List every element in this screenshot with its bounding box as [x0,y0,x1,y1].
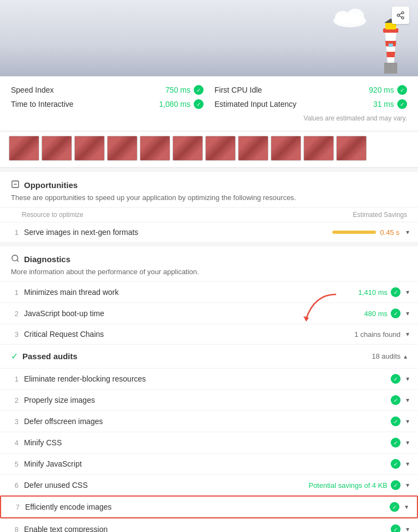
audit-right-4: ✓ ▾ [391,438,409,448]
diag-right-1: 1,410 ms ✓ ▾ [359,287,409,297]
metrics-section: Speed Index 750 ms ✓ First CPU Idle 920 … [0,76,418,131]
svg-marker-9 [385,33,396,63]
audit-chevron-3[interactable]: ▾ [406,418,409,425]
audit-right-6: Potential savings of 4 KB ✓ ▾ [308,480,409,490]
diag-check-1: ✓ [391,287,401,297]
audit-row-7[interactable]: 7 Efficiently encode images ✓ ▾ [0,495,418,518]
filmstrip-frame-8 [238,136,268,161]
first-cpu-idle-value: 920 ms [369,86,394,94]
values-note: Values are estimated and may vary. [11,114,407,122]
audit-chevron-2[interactable]: ▾ [406,396,409,404]
audit-right-2: ✓ ▾ [391,395,409,405]
filmstrip-frame-1 [9,136,39,161]
audit-row-2[interactable]: 2 Properly size images ✓ ▾ [0,389,418,410]
audit-row-8[interactable]: 8 Enable text compression ✓ ▾ [0,518,418,532]
speed-index-label: Speed Index [11,86,54,94]
diag-num-3: 3 [9,330,19,338]
svg-line-3 [399,16,402,17]
audit-label-4: Minify CSS [24,438,385,447]
audit-right-1: ✓ ▾ [391,374,409,384]
diag-row-3[interactable]: 3 Critical Request Chains 1 chains found… [0,324,418,344]
audit-chevron-8[interactable]: ▾ [406,525,409,532]
audit-check-6: ✓ [391,480,401,490]
first-cpu-idle-check: ✓ [397,85,407,95]
savings-column-header: Estimated Savings [353,211,407,219]
audit-row-3[interactable]: 3 Defer offscreen images ✓ ▾ [0,410,418,432]
diag-label-2: JavaScript boot-up time [24,309,359,318]
diagnostics-section: Diagnostics More information about the p… [0,246,418,532]
tti-row: Time to Interactive 1,080 ms ✓ [11,99,204,109]
audit-row-4[interactable]: 4 Minify CSS ✓ ▾ [0,432,418,453]
audit-check-5: ✓ [391,459,401,469]
audit-check-2: ✓ [391,395,401,405]
audit-chevron-5[interactable]: ▾ [406,460,409,468]
chevron-down-icon-1[interactable]: ▾ [406,228,409,236]
audit-num-3: 3 [9,418,19,426]
passed-check-icon: ✓ [11,351,18,361]
audit-chevron-7[interactable]: ▾ [405,503,408,511]
diag-chevron-3[interactable]: ▾ [406,330,409,338]
audit-num-7: 7 [10,503,20,511]
audit-num-4: 4 [9,439,19,447]
audit-right-3: ✓ ▾ [391,416,409,426]
diag-row-2[interactable]: 2 JavaScript boot-up time 480 ms ✓ ▾ [0,303,418,324]
filmstrip-frame-6 [172,136,203,161]
first-cpu-idle-value-container: 920 ms ✓ [369,85,407,95]
opportunities-title: Opportunities [24,180,77,190]
diag-value-3: 1 chains found [354,330,401,338]
svg-line-4 [399,13,402,15]
passed-audits-right: 18 audits ▴ [372,352,407,360]
metrics-grid: Speed Index 750 ms ✓ First CPU Idle 920 … [11,85,407,109]
svg-rect-8 [384,63,397,74]
audit-right-7: ✓ ▾ [390,502,408,512]
audits-count: 18 audits [372,352,401,360]
audit-row-1[interactable]: 1 Eliminate render-blocking resources ✓ … [0,368,418,389]
tti-check: ✓ [194,99,204,109]
audit-label-5: Minify JavaScript [24,460,385,468]
potential-savings-6: Potential savings of 4 KB [308,481,387,489]
diag-right-2: 480 ms ✓ ▾ [364,309,409,318]
diag-row-1[interactable]: 1 Minimizes main thread work 1,410 ms ✓ … [0,281,418,303]
svg-point-18 [12,255,18,261]
filmstrip-section [0,131,418,168]
audit-chevron-4[interactable]: ▾ [406,439,409,446]
diag-right-3: 1 chains found ▾ [354,330,409,338]
audit-num-8: 8 [9,525,19,533]
audit-label-3: Defer offscreen images [24,417,385,426]
diag-label-1: Minimizes main thread work [24,288,353,297]
opportunity-row-1[interactable]: 1 Serve images in next-gen formats 0.45 … [0,222,418,242]
first-cpu-idle-label: First CPU Idle [214,86,262,94]
eil-value: 31 ms [373,100,394,108]
svg-line-19 [17,260,19,262]
arrow-annotation-container: 2 JavaScript boot-up time 480 ms ✓ ▾ [0,303,418,324]
audit-label-2: Properly size images [24,396,385,404]
filmstrip-frame-4 [107,136,138,161]
audit-right-5: ✓ ▾ [391,459,409,469]
filmstrip-frame-9 [271,136,301,161]
diag-chevron-1[interactable]: ▾ [406,288,409,296]
audit-check-4: ✓ [391,438,401,448]
audit-row-6[interactable]: 6 Defer unused CSS Potential savings of … [0,474,418,495]
diag-chevron-2[interactable]: ▾ [406,310,409,317]
passed-audits-header[interactable]: ✓ Passed audits 18 audits ▴ [0,344,418,368]
audit-chevron-6[interactable]: ▾ [406,481,409,489]
diag-num-1: 1 [9,288,19,297]
diag-value-2: 480 ms [364,310,387,318]
audit-row-5[interactable]: 5 Minify JavaScript ✓ ▾ [0,453,418,474]
opp-row-num-1: 1 [9,228,19,237]
audit-label-7: Efficiently encode images [25,503,384,511]
passed-chevron-up-icon[interactable]: ▴ [404,353,407,360]
tti-label: Time to Interactive [11,100,74,108]
filmstrip-frame-2 [41,136,72,161]
svg-point-2 [402,17,404,19]
filmstrip-frame-10 [303,136,334,161]
share-button[interactable] [392,7,409,24]
audit-num-5: 5 [9,460,19,468]
speed-index-row: Speed Index 750 ms ✓ [11,85,204,95]
diagnostics-icon [11,254,20,264]
audit-label-1: Eliminate render-blocking resources [24,374,385,383]
svg-point-7 [347,9,364,24]
diag-check-2: ✓ [391,309,401,318]
tti-value: 1,080 ms [159,100,190,108]
audit-chevron-1[interactable]: ▾ [406,375,409,383]
